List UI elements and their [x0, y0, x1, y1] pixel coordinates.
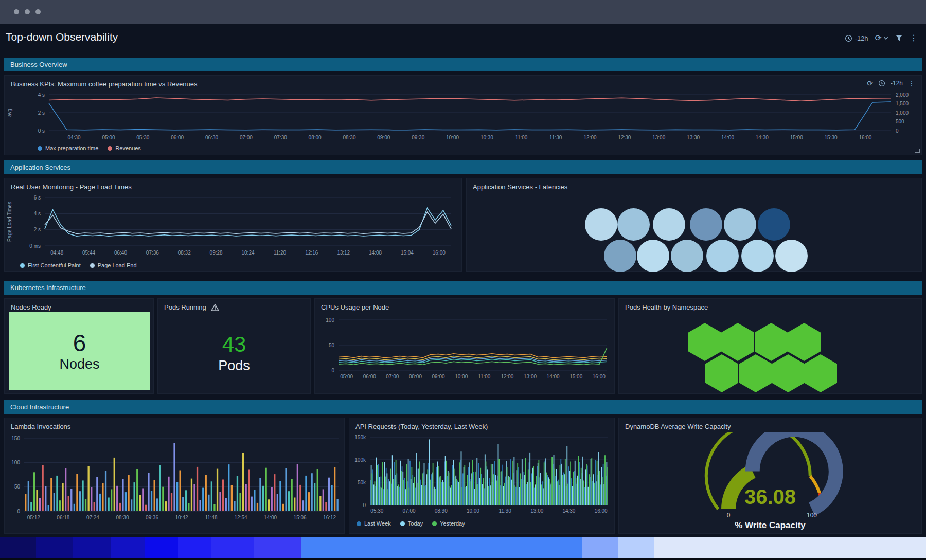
legend-item[interactable]: Max preparation time [38, 145, 98, 151]
panel-latencies: Application Services - Latencies [466, 178, 922, 272]
gauge-wrap: 36.080100 [619, 432, 921, 519]
svg-text:05:00: 05:00 [340, 374, 353, 380]
refresh-button[interactable]: ⟳ [875, 34, 888, 42]
svg-text:04:48: 04:48 [50, 250, 63, 256]
latencies-bubble-chart [467, 192, 921, 273]
svg-text:05:30: 05:30 [370, 508, 383, 514]
warning-icon[interactable] [211, 304, 219, 311]
svg-text:4 s: 4 s [34, 211, 41, 216]
window-dot-2[interactable] [25, 9, 30, 14]
section-label: Kubernetes Infrastructure [10, 284, 86, 292]
svg-text:14:00: 14:00 [547, 374, 560, 380]
namespace-hex[interactable] [772, 354, 805, 392]
nodes-count: 6 [73, 330, 86, 356]
svg-text:13:30: 13:30 [687, 135, 700, 140]
legend-item[interactable]: First Contentful Paint [20, 262, 81, 268]
namespace-hex[interactable] [739, 354, 772, 392]
svg-text:0: 0 [17, 509, 20, 514]
svg-text:09:00: 09:00 [377, 135, 390, 140]
clock-icon[interactable] [878, 80, 885, 87]
latency-bubble[interactable] [724, 208, 756, 241]
kebab-menu-icon[interactable]: ⋮ [910, 34, 918, 42]
section-application-services[interactable]: Application Services [4, 160, 922, 174]
svg-text:08:30: 08:30 [116, 515, 129, 520]
svg-text:08:32: 08:32 [178, 250, 191, 256]
legend-item[interactable]: Today [400, 520, 423, 527]
legend-item[interactable]: Revenues [108, 145, 141, 151]
legend-dot-icon [38, 146, 42, 151]
svg-text:10:24: 10:24 [241, 250, 254, 256]
section-cloud[interactable]: Cloud Infrastructure [4, 400, 922, 414]
time-range-picker[interactable]: -12h [845, 34, 868, 42]
legend-item[interactable]: Yesterday [432, 520, 465, 527]
latency-bubble[interactable] [741, 240, 774, 272]
namespace-hex[interactable] [788, 323, 821, 361]
svg-text:50: 50 [329, 342, 335, 348]
svg-text:15:06: 15:06 [294, 515, 307, 520]
heatmap-cell [254, 537, 301, 558]
heatmap-cell [582, 537, 618, 558]
svg-text:11:48: 11:48 [205, 515, 218, 520]
section-kubernetes[interactable]: Kubernetes Infrastructure [4, 281, 922, 295]
page-title: Top-down Observability [6, 31, 118, 43]
namespace-hex[interactable] [688, 323, 721, 361]
svg-text:14:00: 14:00 [721, 135, 734, 140]
panel-time-range[interactable]: -12h [891, 80, 903, 87]
svg-text:07:00: 07:00 [240, 135, 253, 140]
svg-text:09:28: 09:28 [210, 250, 223, 256]
panel-title: DynamoDB Average Write Capacity [619, 418, 921, 432]
namespace-hex[interactable] [804, 354, 837, 392]
svg-text:14:30: 14:30 [756, 135, 769, 140]
latency-bubble[interactable] [758, 208, 790, 241]
latency-bubble[interactable] [775, 240, 808, 272]
latency-bubble[interactable] [653, 208, 685, 241]
svg-text:0: 0 [896, 128, 899, 134]
svg-text:07:00: 07:00 [403, 508, 416, 514]
svg-text:0: 0 [363, 502, 366, 508]
kebab-menu-icon[interactable]: ⋮ [908, 80, 915, 87]
svg-text:10:42: 10:42 [175, 515, 188, 520]
latency-bubble[interactable] [690, 208, 722, 241]
namespace-hex[interactable] [705, 354, 738, 392]
legend-item[interactable]: Last Week [357, 520, 391, 527]
latency-bubble[interactable] [617, 208, 650, 241]
nodes-value-box: 6 Nodes [9, 312, 150, 390]
svg-text:10:00: 10:00 [446, 135, 459, 140]
refresh-icon[interactable]: ⟳ [867, 80, 873, 87]
svg-text:11:20: 11:20 [274, 250, 287, 256]
svg-text:11:00: 11:00 [515, 135, 528, 140]
svg-text:09:30: 09:30 [412, 135, 424, 140]
section-business-overview[interactable]: Business Overview [4, 58, 922, 71]
svg-text:15:04: 15:04 [401, 250, 414, 256]
latency-bubble[interactable] [604, 240, 636, 272]
panel-title: Real User Monitoring - Page Load Times [5, 178, 461, 192]
filter-icon[interactable] [895, 34, 903, 42]
latency-bubble[interactable] [585, 208, 617, 241]
panel-dynamodb: DynamoDB Average Write Capacity 36.08010… [618, 418, 922, 534]
resize-handle[interactable] [915, 149, 920, 153]
latency-bubble[interactable] [706, 240, 739, 272]
window-dot-3[interactable] [35, 9, 41, 14]
namespace-hex[interactable] [755, 323, 788, 361]
latency-bubble[interactable] [671, 240, 703, 272]
gauge-label: % Write Capacity [619, 520, 921, 531]
svg-text:1,000: 1,000 [896, 110, 909, 116]
window-dot-1[interactable] [14, 9, 19, 14]
heatmap-cell [36, 537, 73, 558]
svg-text:08:30: 08:30 [435, 508, 448, 514]
dashboard-app: Top-down Observability -12h ⟳ ⋮ Business… [0, 0, 926, 560]
svg-text:07:24: 07:24 [86, 515, 99, 520]
svg-text:11:00: 11:00 [478, 374, 491, 380]
svg-text:14:08: 14:08 [369, 250, 382, 256]
namespace-hex[interactable] [721, 323, 754, 361]
legend-item[interactable]: Page Load End [90, 262, 137, 268]
panel-rum: Real User Monitoring - Page Load Times 6… [4, 178, 462, 272]
svg-text:13:00: 13:00 [530, 508, 543, 514]
svg-text:36.08: 36.08 [744, 485, 796, 508]
header-controls: -12h ⟳ ⋮ [845, 34, 918, 42]
svg-text:2,000: 2,000 [896, 92, 909, 98]
svg-text:05:44: 05:44 [82, 250, 95, 256]
heatmap-cell [654, 537, 926, 558]
svg-text:16:00: 16:00 [595, 508, 608, 514]
latency-bubble[interactable] [637, 240, 669, 272]
